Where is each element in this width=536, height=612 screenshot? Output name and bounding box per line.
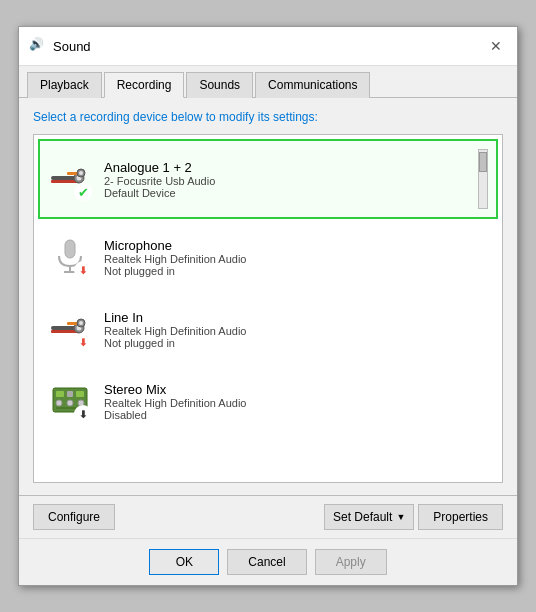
svg-point-22 [67,400,73,406]
device-name-microphone: Microphone [104,238,490,253]
status-down-red-mic-icon: ⬇ [74,261,92,279]
tab-playback[interactable]: Playback [27,72,102,98]
tab-bar: Playback Recording Sounds Communications [19,66,517,98]
device-driver-microphone: Realtek High Definition Audio [104,253,490,265]
device-driver-analogue: 2- Focusrite Usb Audio [104,175,470,187]
device-info-microphone: Microphone Realtek High Definition Audio… [104,238,490,277]
device-item-microphone[interactable]: ⬇ Microphone Realtek High Definition Aud… [38,223,498,291]
device-name-analogue: Analogue 1 + 2 [104,160,470,175]
device-info-linein: Line In Realtek High Definition Audio No… [104,310,490,349]
tab-content: Select a recording device below to modif… [19,98,517,495]
svg-rect-19 [67,391,73,397]
device-status-stereomix: Disabled [104,409,490,421]
device-icon-analogue: ✔ [46,155,94,203]
sound-dialog: 🔊 Sound ✕ Playback Recording Sounds Comm… [18,26,518,586]
device-item-stereomix[interactable]: ⬇ Stereo Mix Realtek High Definition Aud… [38,367,498,435]
tab-sounds[interactable]: Sounds [186,72,253,98]
svg-point-6 [79,171,83,175]
set-default-button[interactable]: Set Default ▼ [324,504,414,530]
device-info-stereomix: Stereo Mix Realtek High Definition Audio… [104,382,490,421]
default-properties-group: Set Default ▼ Properties [324,504,503,530]
action-bar: Configure Set Default ▼ Properties [19,495,517,538]
title-bar: 🔊 Sound ✕ [19,27,517,66]
device-name-linein: Line In [104,310,490,325]
properties-button[interactable]: Properties [418,504,503,530]
device-driver-linein: Realtek High Definition Audio [104,325,490,337]
device-icon-stereomix: ⬇ [46,377,94,425]
device-info-analogue: Analogue 1 + 2 2- Focusrite Usb Audio De… [104,160,470,199]
tab-recording[interactable]: Recording [104,72,185,98]
device-name-stereomix: Stereo Mix [104,382,490,397]
dropdown-arrow-icon[interactable]: ▼ [396,512,405,522]
cancel-button[interactable]: Cancel [227,549,306,575]
ok-button[interactable]: OK [149,549,219,575]
device-driver-stereomix: Realtek High Definition Audio [104,397,490,409]
svg-point-16 [79,321,83,325]
svg-rect-18 [56,391,64,397]
window-title: Sound [53,39,485,54]
description-text: Select a recording device below to modif… [33,110,503,124]
svg-rect-7 [65,240,75,258]
ok-cancel-row: OK Cancel Apply [19,538,517,585]
svg-point-21 [56,400,62,406]
device-status-linein: Not plugged in [104,337,490,349]
device-status-analogue: Default Device [104,187,470,199]
device-icon-microphone: ⬇ [46,233,94,281]
device-icon-linein: ⬇ [46,305,94,353]
window-icon: 🔊 [29,37,47,55]
svg-rect-20 [76,391,84,397]
device-item-linein[interactable]: ⬇ Line In Realtek High Definition Audio … [38,295,498,363]
apply-button[interactable]: Apply [315,549,387,575]
configure-button[interactable]: Configure [33,504,115,530]
status-check-icon: ✔ [74,183,92,201]
device-list: ✔ Analogue 1 + 2 2- Focusrite Usb Audio … [33,134,503,483]
status-down-black-icon: ⬇ [74,405,92,423]
device-item-analogue[interactable]: ✔ Analogue 1 + 2 2- Focusrite Usb Audio … [38,139,498,219]
close-button[interactable]: ✕ [485,35,507,57]
tab-communications[interactable]: Communications [255,72,370,98]
status-down-red-linein-icon: ⬇ [74,333,92,351]
device-status-microphone: Not plugged in [104,265,490,277]
